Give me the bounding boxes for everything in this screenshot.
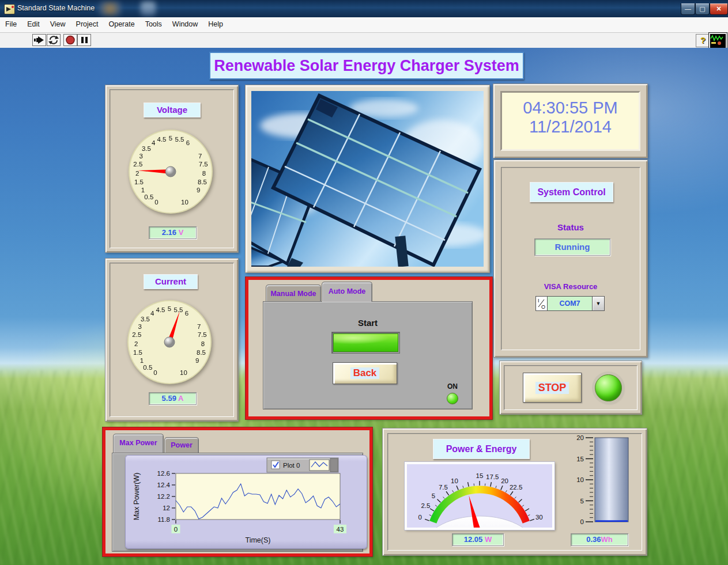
run-button[interactable] xyxy=(32,34,46,46)
abort-button[interactable] xyxy=(63,34,77,46)
combo-dropdown-arrow-icon[interactable]: ▼ xyxy=(593,296,605,311)
energy-value-unit: Wh xyxy=(601,535,613,544)
energy-value-number: 0.36 xyxy=(586,535,601,544)
menu-tools[interactable]: Tools xyxy=(140,17,167,28)
svg-text:3.5: 3.5 xyxy=(141,316,150,323)
tab-manual-mode[interactable]: Manual Mode xyxy=(266,285,321,302)
svg-text:20: 20 xyxy=(576,434,584,441)
minimize-button[interactable]: — xyxy=(681,3,695,15)
menu-file[interactable]: File xyxy=(0,17,22,28)
system-control-title: System Control xyxy=(530,182,613,202)
svg-text:12: 12 xyxy=(163,505,170,511)
svg-text:7: 7 xyxy=(198,153,202,160)
start-button[interactable] xyxy=(333,333,398,352)
svg-text:8.5: 8.5 xyxy=(198,179,207,185)
close-button[interactable]: ✕ xyxy=(710,3,728,15)
svg-text:3.5: 3.5 xyxy=(142,145,151,152)
svg-text:4.5: 4.5 xyxy=(157,136,167,143)
svg-text:11.8: 11.8 xyxy=(157,516,170,523)
mode-tab-control: Manual Mode Auto Mode Start Back ON xyxy=(246,277,492,419)
voltage-value-unit: V xyxy=(179,228,184,237)
pause-button[interactable] xyxy=(77,34,91,46)
svg-text:5.5: 5.5 xyxy=(175,136,184,143)
voltage-label: Voltage xyxy=(144,103,201,117)
stop-button-label: STOP xyxy=(535,382,569,394)
voltage-gauge: 00.511.522.533.544.555.5677.588.5910 xyxy=(125,126,217,218)
svg-text:7.5: 7.5 xyxy=(439,484,448,491)
svg-text:0: 0 xyxy=(154,199,158,206)
power-energy-panel: Power & Energy 02.557.5101517.52022.530 … xyxy=(382,428,647,556)
svg-text:Plot 0: Plot 0 xyxy=(283,462,300,469)
svg-text:2.5: 2.5 xyxy=(132,331,141,338)
on-label: ON xyxy=(436,382,469,390)
svg-text:3: 3 xyxy=(139,153,143,160)
vi-icon xyxy=(709,33,727,50)
loop-arrows-icon xyxy=(47,35,60,45)
svg-text:2.5: 2.5 xyxy=(421,502,430,509)
application-window: Standard State Machine — ▢ ✕ FileEditVie… xyxy=(0,0,728,565)
power-value-unit: W xyxy=(485,535,492,544)
max-power-chart-plot: 11.81212.212.412.6043Max Power(W)Time(S)… xyxy=(125,455,367,549)
stop-button[interactable]: STOP xyxy=(523,373,582,403)
start-button-bezel xyxy=(331,332,400,354)
clock-panel: 04:30:55 PM 11/21/2014 xyxy=(493,84,648,158)
voltage-panel: Voltage 00.511.522.533.544.555.5677.588.… xyxy=(105,85,239,253)
svg-text:9: 9 xyxy=(197,187,200,194)
current-value: 5.59 A xyxy=(149,392,197,405)
svg-text:1: 1 xyxy=(141,187,145,194)
voltage-value: 2.16 V xyxy=(149,226,197,239)
current-value-number: 5.59 xyxy=(162,394,176,403)
menu-help[interactable]: Help xyxy=(203,17,228,28)
energy-value: 0.36Wh xyxy=(571,533,628,546)
auto-mode-page: Start Back ON xyxy=(263,301,473,409)
visa-resource-value[interactable]: COM7 xyxy=(548,296,593,311)
svg-text:10: 10 xyxy=(451,477,458,484)
svg-text:7: 7 xyxy=(197,323,201,330)
menu-edit[interactable]: Edit xyxy=(22,17,45,28)
solar-photo-frame xyxy=(245,85,490,273)
svg-text:9: 9 xyxy=(195,357,199,364)
svg-text:6: 6 xyxy=(185,310,188,317)
maximize-button[interactable]: ▢ xyxy=(695,3,710,15)
back-button[interactable]: Back xyxy=(333,362,397,384)
visa-resource-combo[interactable]: I O COM7 ▼ xyxy=(535,296,605,311)
run-continuously-button[interactable] xyxy=(47,34,61,46)
toolbar: ? xyxy=(0,33,728,48)
background-blur-blob xyxy=(141,2,156,16)
svg-text:5: 5 xyxy=(580,498,584,505)
abort-icon xyxy=(64,35,77,45)
tab-max-power[interactable]: Max Power xyxy=(113,434,164,453)
svg-text:Time(S): Time(S) xyxy=(246,536,271,544)
svg-text:5: 5 xyxy=(169,135,172,142)
run-arrow-icon xyxy=(33,35,46,45)
chart-tab-control: Max Power Power 11.81212.212.412.6043Max… xyxy=(103,427,372,556)
context-help-button[interactable]: ? xyxy=(696,34,710,47)
tab-auto-mode[interactable]: Auto Mode xyxy=(322,282,372,302)
svg-text:7.5: 7.5 xyxy=(198,331,207,338)
svg-text:30: 30 xyxy=(535,514,543,521)
menu-window[interactable]: Window xyxy=(167,17,203,28)
svg-text:8: 8 xyxy=(202,170,206,177)
svg-text:1.5: 1.5 xyxy=(134,179,144,185)
svg-text:0: 0 xyxy=(174,526,178,533)
menu-view[interactable]: View xyxy=(45,17,71,28)
app-title-banner: Renewable Solar Energy Charger System xyxy=(209,52,524,79)
clock-display: 04:30:55 PM 11/21/2014 xyxy=(500,91,640,151)
svg-text:0: 0 xyxy=(418,514,421,521)
status-label: Status xyxy=(494,222,647,232)
window-title: Standard State Machine xyxy=(17,4,95,12)
svg-text:1: 1 xyxy=(140,357,144,364)
svg-text:4.5: 4.5 xyxy=(156,306,165,313)
menu-operate[interactable]: Operate xyxy=(103,17,139,28)
window-buttons: — ▢ ✕ xyxy=(681,3,728,15)
chart-legend[interactable]: Plot 0 xyxy=(267,458,338,472)
svg-text:12.6: 12.6 xyxy=(157,470,170,477)
svg-text:17.5: 17.5 xyxy=(486,473,499,480)
svg-text:0: 0 xyxy=(580,518,584,525)
tank-fill xyxy=(595,520,628,522)
menu-project[interactable]: Project xyxy=(71,17,104,28)
svg-text:0.5: 0.5 xyxy=(144,194,153,200)
labview-app-icon xyxy=(4,4,15,14)
tab-power[interactable]: Power xyxy=(164,437,199,453)
power-value: 12.05 W xyxy=(452,533,504,546)
